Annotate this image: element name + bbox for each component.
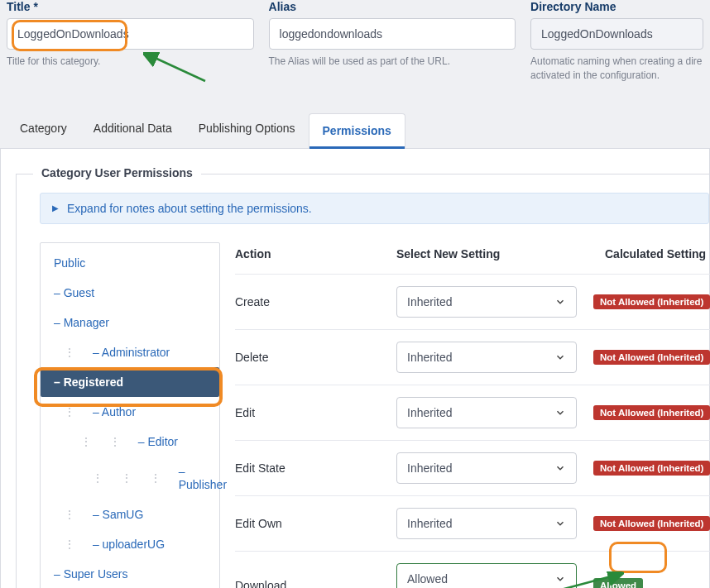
permission-row-edit-state: Edit StateInheritedNot Allowed (Inherite…: [235, 440, 710, 495]
group-administrator[interactable]: ⋮ – Administrator: [41, 337, 219, 367]
setting-select[interactable]: Inherited: [396, 452, 577, 484]
permission-row-edit-own: Edit OwnInheritedNot Allowed (Inherited): [235, 495, 710, 551]
header-select: Select New Setting: [396, 247, 605, 261]
tab-permissions[interactable]: Permissions: [309, 113, 405, 148]
permissions-panel: Category User Permissions ▶ Expand for n…: [0, 148, 710, 588]
chevron-down-icon: [554, 518, 566, 529]
group-registered[interactable]: – Registered: [41, 367, 219, 397]
chevron-down-icon: [554, 351, 566, 363]
setting-select[interactable]: Allowed: [396, 563, 577, 588]
chevron-down-icon: [554, 296, 566, 308]
permissions-table: Action Select New Setting Calculated Set…: [235, 242, 710, 588]
group-super-users[interactable]: – Super Users: [41, 559, 219, 588]
permissions-table-header: Action Select New Setting Calculated Set…: [235, 242, 710, 274]
directory-name-input: [530, 18, 703, 50]
expand-notes-button[interactable]: ▶ Expand for notes about setting the per…: [40, 193, 709, 224]
calculated-badge: Not Allowed (Inherited): [593, 350, 710, 365]
setting-select-value: Inherited: [407, 517, 452, 530]
setting-select-value: Inherited: [407, 406, 452, 419]
calculated-cell: Not Allowed (Inherited): [593, 516, 710, 531]
setting-select[interactable]: Inherited: [396, 342, 577, 373]
permission-row-edit: EditInheritedNot Allowed (Inherited): [235, 385, 710, 440]
tabs: Category Additional Data Publishing Opti…: [7, 112, 710, 148]
group-publisher[interactable]: ⋮ ⋮ ⋮ – Publisher: [41, 457, 219, 500]
action-label: Edit: [235, 406, 396, 419]
permission-row-download: DownloadAllowed✔Allowed: [235, 551, 710, 588]
setting-select[interactable]: Inherited: [396, 508, 577, 539]
expand-notes-label: Expand for notes about setting the permi…: [67, 202, 312, 215]
setting-select-value: Inherited: [407, 295, 452, 308]
permission-row-delete: DeleteInheritedNot Allowed (Inherited): [235, 329, 710, 385]
calculated-cell: Not Allowed (Inherited): [593, 405, 710, 420]
group-guest[interactable]: – Guest: [41, 278, 219, 308]
calculated-badge: Not Allowed (Inherited): [593, 405, 710, 420]
alias-label: Alias: [269, 0, 516, 13]
action-label: Edit State: [235, 461, 396, 475]
alias-input[interactable]: [269, 18, 516, 50]
action-label: Edit Own: [235, 517, 396, 530]
directory-name-label: Directory Name: [530, 0, 703, 13]
alias-help: The Alias will be used as part of the UR…: [269, 55, 516, 69]
permission-row-create: CreateInheritedNot Allowed (Inherited): [235, 274, 710, 329]
chevron-down-icon: [554, 462, 566, 474]
group-editor[interactable]: ⋮ ⋮ – Editor: [41, 427, 219, 457]
tab-additional-data[interactable]: Additional Data: [80, 112, 185, 148]
calculated-cell: Not Allowed (Inherited): [593, 294, 710, 309]
group-manager[interactable]: – Manager: [41, 308, 219, 337]
setting-select[interactable]: Inherited: [396, 286, 577, 318]
group-samug[interactable]: ⋮ – SamUG: [41, 500, 219, 529]
title-help: Title for this category.: [7, 55, 254, 69]
setting-select-value: Inherited: [407, 461, 452, 475]
action-label: Download: [235, 579, 396, 588]
chevron-down-icon: [554, 407, 566, 418]
action-label: Create: [235, 295, 396, 308]
group-public[interactable]: Public: [41, 248, 219, 278]
calculated-badge: Allowed: [593, 578, 643, 588]
expand-triangle-icon: ▶: [52, 203, 59, 213]
setting-select[interactable]: Inherited: [396, 397, 577, 428]
action-label: Delete: [235, 351, 396, 364]
user-group-list: Public – Guest – Manager ⋮ – Administrat…: [40, 242, 220, 588]
calculated-cell: Allowed: [593, 578, 710, 588]
setting-select-value: Inherited: [407, 351, 452, 364]
calculated-badge: Not Allowed (Inherited): [593, 461, 710, 476]
calculated-badge: Not Allowed (Inherited): [593, 516, 710, 531]
field-directory-name: Directory Name Automatic naming when cre…: [530, 0, 703, 83]
tab-category[interactable]: Category: [7, 112, 80, 148]
directory-name-help: Automatic naming when creating a dire ac…: [530, 55, 703, 83]
header-action: Action: [235, 247, 396, 261]
tab-publishing-options[interactable]: Publishing Options: [185, 112, 309, 148]
title-label: Title *: [7, 0, 254, 13]
chevron-down-icon: [554, 573, 566, 585]
header-calculated: Calculated Setting: [605, 247, 710, 261]
group-uploaderug[interactable]: ⋮ – uploaderUG: [41, 529, 219, 559]
fieldset-legend: Category User Permissions: [33, 166, 201, 179]
calculated-badge: Not Allowed (Inherited): [593, 294, 710, 309]
calculated-cell: Not Allowed (Inherited): [593, 461, 710, 476]
calculated-cell: Not Allowed (Inherited): [593, 350, 710, 365]
field-alias: Alias The Alias will be used as part of …: [269, 0, 516, 83]
group-author[interactable]: ⋮ – Author: [41, 397, 219, 427]
field-title: Title * Title for this category.: [7, 0, 254, 83]
title-input[interactable]: [7, 18, 254, 50]
setting-select-value: Allowed: [407, 572, 448, 586]
